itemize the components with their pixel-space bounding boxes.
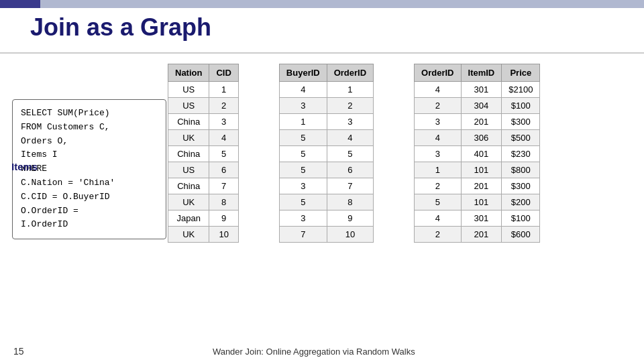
items-table-header-price: Price: [502, 64, 540, 82]
table-row: 54: [279, 130, 373, 146]
items-table: OrderIDItemIDPrice4301$21002304$1003201$…: [414, 64, 540, 243]
table-row: Japan9: [168, 210, 239, 227]
customers-table-cell-r6-c0: China: [168, 178, 209, 194]
table-row: China5: [168, 146, 239, 162]
orders-table-cell-r3-c0: 5: [279, 130, 327, 146]
orders-table-cell-r9-c0: 7: [279, 227, 327, 243]
orders-table-cell-r9-c1: 10: [327, 227, 373, 243]
items-table-cell-r5-c2: $800: [502, 162, 540, 178]
page-title: Join as a Graph: [30, 13, 211, 42]
items-table-cell-r3-c1: 306: [461, 130, 502, 146]
items-label: Items: [11, 161, 38, 172]
table-row: 4306$500: [415, 130, 540, 146]
orders-table-cell-r2-c1: 3: [327, 114, 373, 130]
footer: 15 Wander Join: Online Aggregation via R…: [0, 346, 644, 357]
table-row: 3401$230: [415, 146, 540, 162]
items-table-cell-r6-c0: 2: [415, 178, 461, 194]
table-row: 710: [279, 227, 373, 243]
table-row: 1101$800: [415, 162, 540, 178]
customers-table-cell-r4-c0: China: [168, 146, 209, 162]
items-table-cell-r1-c1: 304: [461, 98, 502, 114]
items-table-cell-r5-c0: 1: [415, 162, 461, 178]
tables-area: NationCIDUS1US2China3UK4China5US6China7U…: [168, 64, 637, 243]
page-number: 15: [13, 346, 24, 357]
orders-table-cell-r4-c0: 5: [279, 146, 327, 162]
table-row: 55: [279, 146, 373, 162]
items-table-cell-r9-c2: $600: [502, 227, 540, 243]
customers-table-header-cid: CID: [209, 64, 238, 82]
table-row: 37: [279, 178, 373, 194]
customers-table-cell-r8-c1: 9: [209, 210, 238, 227]
top-accent-bar: [0, 0, 644, 8]
table-row: 58: [279, 194, 373, 210]
table-row: China3: [168, 114, 239, 130]
orders-table-cell-r7-c1: 8: [327, 194, 373, 210]
table-row: 2201$300: [415, 178, 540, 194]
items-table-header-orderid: OrderID: [415, 64, 461, 82]
customers-table-cell-r6-c1: 7: [209, 178, 238, 194]
orders-table-cell-r5-c0: 5: [279, 162, 327, 178]
table-row: 56: [279, 162, 373, 178]
customers-table-cell-r0-c1: 1: [209, 82, 238, 98]
items-table-cell-r4-c2: $230: [502, 146, 540, 162]
customers-table-cell-r5-c0: US: [168, 162, 209, 178]
table-row: 4301$2100: [415, 82, 540, 98]
customers-table-cell-r3-c1: 4: [209, 130, 238, 146]
customers-table-cell-r9-c1: 10: [209, 227, 238, 243]
customers-table-cell-r1-c1: 2: [209, 98, 238, 114]
items-table-cell-r6-c1: 201: [461, 178, 502, 194]
customers-table-cell-r2-c1: 3: [209, 114, 238, 130]
orders-table: BuyerIDOrderID413213545556375839710: [279, 64, 374, 243]
table-row: 41: [279, 82, 373, 98]
items-table-cell-r8-c0: 4: [415, 210, 461, 227]
orders-table-cell-r4-c1: 5: [327, 146, 373, 162]
title-rule: [0, 52, 644, 54]
items-table-cell-r4-c1: 401: [461, 146, 502, 162]
table-row: UK4: [168, 130, 239, 146]
items-table-header-itemid: ItemID: [461, 64, 502, 82]
table-row: China7: [168, 178, 239, 194]
customers-table-cell-r7-c0: UK: [168, 194, 209, 210]
orders-table-cell-r2-c0: 1: [279, 114, 327, 130]
items-table-cell-r0-c2: $2100: [502, 82, 540, 98]
items-table-wrapper: OrderIDItemIDPrice4301$21002304$1003201$…: [414, 64, 540, 243]
orders-table-cell-r0-c1: 1: [327, 82, 373, 98]
table-row: 5101$200: [415, 194, 540, 210]
items-table-cell-r5-c1: 101: [461, 162, 502, 178]
items-table-cell-r3-c0: 4: [415, 130, 461, 146]
orders-table-header-buyerid: BuyerID: [279, 64, 327, 82]
items-table-cell-r3-c2: $500: [502, 130, 540, 146]
customers-table-cell-r1-c0: US: [168, 98, 209, 114]
orders-table-cell-r6-c0: 3: [279, 178, 327, 194]
orders-table-cell-r1-c1: 2: [327, 98, 373, 114]
orders-table-cell-r1-c0: 3: [279, 98, 327, 114]
orders-table-cell-r8-c0: 3: [279, 210, 327, 227]
table-row: 32: [279, 98, 373, 114]
customers-table-cell-r8-c0: Japan: [168, 210, 209, 227]
orders-table-wrapper: BuyerIDOrderID413213545556375839710: [279, 64, 374, 243]
footer-citation: Wander Join: Online Aggregation via Rand…: [24, 347, 604, 357]
table-row: US1: [168, 82, 239, 98]
customers-table-cell-r9-c0: UK: [168, 227, 209, 243]
table-row: UK10: [168, 227, 239, 243]
items-table-cell-r2-c1: 201: [461, 114, 502, 130]
items-table-cell-r8-c1: 301: [461, 210, 502, 227]
orders-table-cell-r5-c1: 6: [327, 162, 373, 178]
items-table-cell-r0-c0: 4: [415, 82, 461, 98]
customers-table: NationCIDUS1US2China3UK4China5US6China7U…: [168, 64, 239, 243]
orders-table-cell-r6-c1: 7: [327, 178, 373, 194]
items-table-cell-r4-c0: 3: [415, 146, 461, 162]
items-table-cell-r7-c2: $200: [502, 194, 540, 210]
items-table-cell-r0-c1: 301: [461, 82, 502, 98]
items-table-cell-r1-c0: 2: [415, 98, 461, 114]
table-row: US6: [168, 162, 239, 178]
table-row: 2304$100: [415, 98, 540, 114]
items-table-cell-r7-c0: 5: [415, 194, 461, 210]
customers-table-wrapper: NationCIDUS1US2China3UK4China5US6China7U…: [168, 64, 239, 243]
table-row: 3201$300: [415, 114, 540, 130]
orders-table-cell-r0-c0: 4: [279, 82, 327, 98]
customers-table-cell-r4-c1: 5: [209, 146, 238, 162]
customers-table-cell-r5-c1: 6: [209, 162, 238, 178]
orders-table-header-orderid: OrderID: [327, 64, 373, 82]
items-table-cell-r1-c2: $100: [502, 98, 540, 114]
